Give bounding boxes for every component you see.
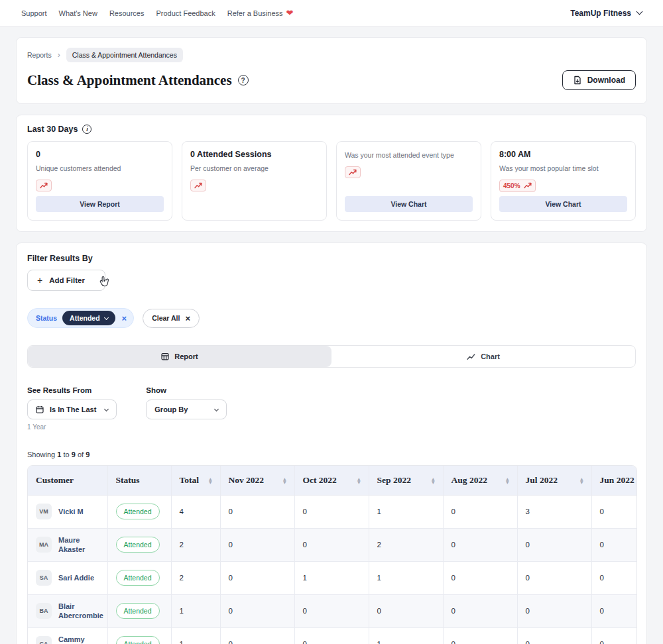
nav-link-refer-a-business[interactable]: Refer a Business ❤ <box>227 9 294 17</box>
stat-label: Was your most attended event type <box>345 151 454 160</box>
column-header-customer: Customer <box>28 466 107 495</box>
sort-icon[interactable]: ▲▼ <box>580 477 583 484</box>
column-header-jun-2022[interactable]: Jun 2022▲▼ <box>591 466 637 495</box>
column-header-jul-2022[interactable]: Jul 2022▲▼ <box>517 466 591 495</box>
status-badge: Attended <box>116 603 160 619</box>
nav-link-support[interactable]: Support <box>21 9 47 17</box>
view-report-button[interactable]: View Report <box>36 196 164 212</box>
count-cell: 0 <box>517 594 591 627</box>
column-header-aug-2022[interactable]: Aug 2022▲▼ <box>443 466 517 495</box>
nav-link-resources[interactable]: Resources <box>109 9 145 17</box>
column-label: Total <box>180 475 200 486</box>
status-cell: Attended <box>107 495 171 528</box>
tab-report[interactable]: Report <box>28 346 332 367</box>
top-navigation: Support What's New Resources Product Fee… <box>0 0 663 27</box>
stat-label: Was your most popular time slot <box>499 164 599 174</box>
breadcrumb: Reports › Class & Appointment Attendance… <box>27 48 636 62</box>
avatar: CA <box>36 636 52 644</box>
csv-file-icon <box>573 76 582 85</box>
account-menu[interactable]: TeamUp Fitness <box>570 9 642 18</box>
trend-badge <box>345 166 361 178</box>
avatar: MA <box>36 537 52 553</box>
filter-value-label: Attended <box>70 314 100 322</box>
download-button[interactable]: Download <box>562 70 636 90</box>
customer-link[interactable]: Maure Akaster <box>58 535 99 555</box>
chevron-down-icon <box>104 406 109 411</box>
status-filter-chip: Status Attended × <box>27 308 134 328</box>
stat-label: Per customer on average <box>190 164 269 174</box>
count-cell: 1 <box>369 561 443 594</box>
customer-link[interactable]: Sari Addie <box>58 573 94 582</box>
count-cell: 1 <box>171 627 220 644</box>
column-label: Aug 2022 <box>452 475 487 486</box>
tab-chart[interactable]: Chart <box>332 346 635 367</box>
date-range-control: See Results From Is In The Last 1 Year <box>27 386 117 431</box>
count-cell: 1 <box>369 627 443 644</box>
help-icon[interactable]: ? <box>238 75 249 85</box>
clear-all-button[interactable]: Clear All × <box>143 309 200 328</box>
remove-filter-icon[interactable]: × <box>122 313 127 323</box>
count-cell: 0 <box>443 528 517 561</box>
status-cell: Attended <box>107 561 171 594</box>
customer-link[interactable]: Cammy Ambrogioli <box>58 635 99 644</box>
status-badge: Attended <box>116 504 160 519</box>
count-cell: 0 <box>443 594 517 627</box>
column-header-oct-2022[interactable]: Oct 2022▲▼ <box>294 466 369 495</box>
column-label: Status <box>116 475 140 486</box>
nav-link-whats-new[interactable]: What's New <box>59 9 97 17</box>
column-header-nov-2022[interactable]: Nov 2022▲▼ <box>220 466 294 495</box>
stat-value: 0 <box>36 150 40 159</box>
stat-label: Unique customers attended <box>36 164 121 174</box>
count-cell: 0 <box>294 495 369 528</box>
customer-link[interactable]: Vicki M <box>58 507 84 516</box>
stat-value: 0 Attended Sessions <box>190 150 272 159</box>
count-cell: 0 <box>591 594 637 627</box>
breadcrumb-reports[interactable]: Reports <box>27 51 52 59</box>
column-header-sep-2022[interactable]: Sep 2022▲▼ <box>369 466 443 495</box>
tab-report-label: Report <box>174 352 198 360</box>
nav-link-product-feedback[interactable]: Product Feedback <box>156 9 215 17</box>
count-cell: 0 <box>443 627 517 644</box>
chevron-down-icon <box>214 406 219 411</box>
group-by-value: Group By <box>154 405 188 413</box>
column-header-total[interactable]: Total▲▼ <box>171 466 220 495</box>
stat-card-unique-customers: 0 Unique customers attended View Report <box>27 141 172 221</box>
count-cell: 1 <box>294 561 369 594</box>
table-row: VMVicki MAttended4001030 <box>28 495 637 528</box>
group-by-control: Show Group By <box>146 386 227 431</box>
status-filter-value-dropdown[interactable]: Attended <box>62 311 115 325</box>
count-cell: 0 <box>369 594 443 627</box>
view-chart-button[interactable]: View Chart <box>499 196 627 212</box>
table-icon <box>161 352 169 360</box>
sort-icon[interactable]: ▲▼ <box>209 477 212 484</box>
count-cell: 0 <box>591 528 637 561</box>
count-cell: 0 <box>294 627 369 644</box>
plus-icon: + <box>37 276 42 285</box>
count-cell: 0 <box>294 528 369 561</box>
sort-icon[interactable]: ▲▼ <box>506 477 509 484</box>
sort-icon[interactable]: ▲▼ <box>357 477 361 484</box>
account-name: TeamUp Fitness <box>570 9 631 18</box>
stat-card-grid: 0 Unique customers attended View Report … <box>27 141 636 221</box>
group-by-dropdown[interactable]: Group By <box>146 400 227 419</box>
count-cell: 0 <box>591 561 637 594</box>
info-icon[interactable]: i <box>82 125 91 134</box>
view-chart-button[interactable]: View Chart <box>345 196 473 212</box>
customer-link[interactable]: Blair Abercrombie <box>58 602 102 621</box>
column-label: Oct 2022 <box>303 475 337 486</box>
count-cell: 0 <box>294 594 369 627</box>
table-header-row: CustomerStatusTotal▲▼Nov 2022▲▼Oct 2022▲… <box>28 466 637 495</box>
filter-field-label: Status <box>36 314 57 322</box>
chart-line-icon <box>467 353 475 360</box>
count-cell: 3 <box>517 495 591 528</box>
chevron-down-icon <box>636 9 643 15</box>
count-cell: 2 <box>171 561 220 594</box>
add-filter-button[interactable]: + Add Filter <box>27 270 105 291</box>
trend-badge <box>36 180 52 191</box>
count-cell: 1 <box>171 594 220 627</box>
date-range-dropdown[interactable]: Is In The Last <box>27 400 117 419</box>
status-cell: Attended <box>107 627 171 644</box>
sort-icon[interactable]: ▲▼ <box>432 477 435 484</box>
sort-icon[interactable]: ▲▼ <box>283 477 286 484</box>
status-badge: Attended <box>116 636 160 644</box>
